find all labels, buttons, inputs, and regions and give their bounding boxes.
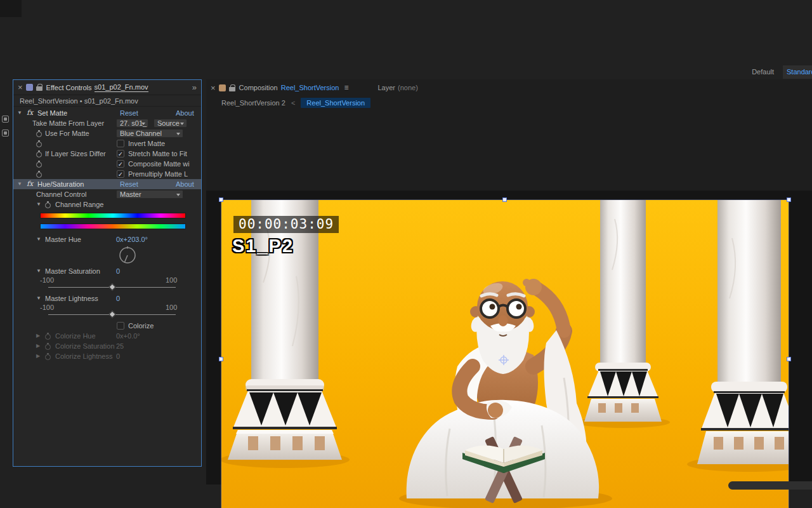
property-label: Use For Matte: [45, 128, 89, 138]
effect-name: Hue/Saturation: [37, 179, 84, 189]
composite-matte-checkbox[interactable]: ✓: [117, 160, 124, 168]
stopwatch-icon[interactable]: [36, 171, 42, 177]
property-label: Colorize Lightness: [55, 351, 113, 361]
use-for-matte-dropdown[interactable]: Blue Channel: [116, 129, 183, 138]
selection-handle[interactable]: [219, 197, 223, 202]
property-label: Channel Range: [55, 199, 103, 210]
selection-handle[interactable]: [219, 357, 223, 361]
tab-effect-controls-doc[interactable]: s01_p02_Fn.mov: [95, 83, 148, 92]
lock-icon[interactable]: [36, 84, 43, 91]
tab-layer[interactable]: Layer: [377, 84, 395, 91]
tab-effect-controls[interactable]: Effect Controls: [46, 84, 92, 91]
property-label: Take Matte From Layer: [32, 118, 104, 128]
close-icon[interactable]: ×: [18, 83, 23, 92]
stretch-matte-checkbox[interactable]: ✓: [117, 150, 124, 157]
docked-panel-icon-2[interactable]: [2, 130, 9, 137]
fx-badge-icon[interactable]: fx: [27, 179, 33, 189]
twirl-down-icon[interactable]: ▼: [36, 266, 41, 276]
row-master-lightness: ▼ Master Lightness 0: [13, 293, 201, 304]
tab-composition[interactable]: Composition: [239, 84, 278, 91]
slate-text-overlay: S1_P2: [232, 236, 294, 257]
breadcrumb-current[interactable]: Reel_ShortVersion: [301, 98, 370, 108]
effect-controls-tabbar: × Effect Controls s01_p02_Fn.mov »: [13, 80, 201, 95]
property-label: If Layer Sizes Differ: [45, 149, 106, 159]
stopwatch-icon[interactable]: [36, 130, 42, 137]
composition-artwork: [221, 200, 789, 508]
stopwatch-icon[interactable]: [36, 150, 42, 157]
master-hue-value[interactable]: 0x+203.0°: [116, 234, 148, 244]
property-label: Colorize Saturation: [55, 341, 115, 351]
master-lightness-value[interactable]: 0: [116, 293, 120, 304]
premultiply-matte-checkbox[interactable]: ✓: [117, 170, 124, 178]
horizontal-scrollbar[interactable]: [728, 481, 812, 490]
stopwatch-icon: [45, 333, 51, 339]
lock-icon[interactable]: [229, 84, 235, 91]
slider-thumb[interactable]: [108, 283, 115, 290]
effect-header-hue-saturation[interactable]: ▼ fx Hue/Saturation Reset About: [13, 179, 201, 189]
master-hue-dial-row: [13, 244, 201, 266]
row-composite-matte: ✓ Composite Matte wi: [13, 159, 201, 169]
stopwatch-icon[interactable]: [36, 140, 42, 147]
selection-handle[interactable]: [787, 197, 791, 202]
stopwatch-icon[interactable]: [36, 161, 42, 167]
row-channel-range: ▼ Channel Range: [13, 199, 201, 210]
stopwatch-icon: [45, 343, 51, 349]
twirl-down-icon[interactable]: ▼: [36, 293, 41, 304]
tab-composition-name[interactable]: Reel_ShortVersion: [281, 84, 339, 91]
overflow-menu-icon[interactable]: »: [192, 83, 197, 92]
slider-max-label: 100: [166, 304, 177, 311]
twirl-down-icon[interactable]: ▼: [17, 108, 22, 118]
invert-matte-checkbox[interactable]: [117, 140, 124, 147]
twirl-right-icon[interactable]: ▶: [36, 351, 40, 361]
row-colorize-saturation: ▶ Colorize Saturation 25: [13, 341, 201, 351]
rainbow-bar-input: [40, 213, 186, 218]
reset-link[interactable]: Reset: [120, 179, 138, 189]
docked-panel-icon-1[interactable]: [2, 116, 9, 123]
slider-min-label: -100: [40, 276, 54, 284]
reset-link[interactable]: Reset: [120, 108, 138, 118]
tab-layer-none: (none): [398, 84, 418, 91]
master-saturation-value[interactable]: 0: [116, 266, 120, 276]
effect-header-set-matte[interactable]: ▼ fx Set Matte Reset About: [13, 108, 201, 118]
property-label: Master Saturation: [45, 266, 100, 276]
composition-breadcrumb: Reel_ShortVersion 2 < Reel_ShortVersion: [206, 96, 812, 110]
master-lightness-slider[interactable]: -100 100: [13, 304, 201, 321]
twirl-down-icon[interactable]: ▼: [17, 179, 22, 189]
row-colorize: Colorize: [13, 321, 201, 331]
selection-handle[interactable]: [502, 197, 507, 202]
effect-rows: ▼ fx Set Matte Reset About Take Matte Fr…: [13, 107, 201, 361]
master-saturation-slider[interactable]: -100 100: [13, 276, 201, 293]
workspace-tab-default[interactable]: Default: [743, 65, 783, 79]
selection-handle[interactable]: [787, 357, 791, 361]
stopwatch-icon[interactable]: [45, 201, 51, 208]
twirl-down-icon[interactable]: ▼: [36, 199, 41, 210]
composition-canvas[interactable]: 00:00:03:09 S1_P2: [221, 200, 789, 508]
slider-max-label: 100: [166, 276, 177, 284]
effect-name: Set Matte: [37, 108, 67, 118]
composition-viewport[interactable]: 00:00:03:09 S1_P2: [206, 190, 812, 485]
row-channel-control: Channel Control Master: [13, 189, 201, 199]
hue-dial[interactable]: [118, 245, 137, 264]
take-matte-source-dropdown[interactable]: Source: [154, 119, 187, 128]
breadcrumb-parent[interactable]: Reel_ShortVersion 2: [221, 99, 285, 107]
take-matte-layer-dropdown[interactable]: 27. s01_: [116, 119, 148, 128]
row-master-saturation: ▼ Master Saturation 0: [13, 266, 201, 276]
about-link[interactable]: About: [176, 179, 194, 189]
slider-thumb[interactable]: [108, 311, 115, 318]
fx-badge-icon[interactable]: fx: [27, 108, 33, 118]
panel-menu-icon[interactable]: ≡: [344, 83, 348, 92]
property-label: Master Lightness: [45, 293, 98, 304]
twirl-right-icon[interactable]: ▶: [36, 331, 40, 341]
panel-icon: [26, 84, 33, 91]
colorize-saturation-value: 25: [116, 341, 124, 351]
colorize-checkbox[interactable]: [117, 322, 124, 330]
twirl-right-icon[interactable]: ▶: [36, 341, 40, 351]
checkbox-label: Composite Matte wi: [128, 159, 190, 169]
row-take-matte-from-layer: Take Matte From Layer 27. s01_ Source: [13, 118, 201, 128]
twirl-down-icon[interactable]: ▼: [36, 234, 41, 244]
stopwatch-icon: [45, 353, 51, 359]
channel-control-dropdown[interactable]: Master: [116, 190, 183, 199]
close-icon[interactable]: ×: [211, 83, 216, 93]
about-link[interactable]: About: [176, 108, 194, 118]
workspace-tab-standard[interactable]: Standard: [783, 65, 812, 79]
